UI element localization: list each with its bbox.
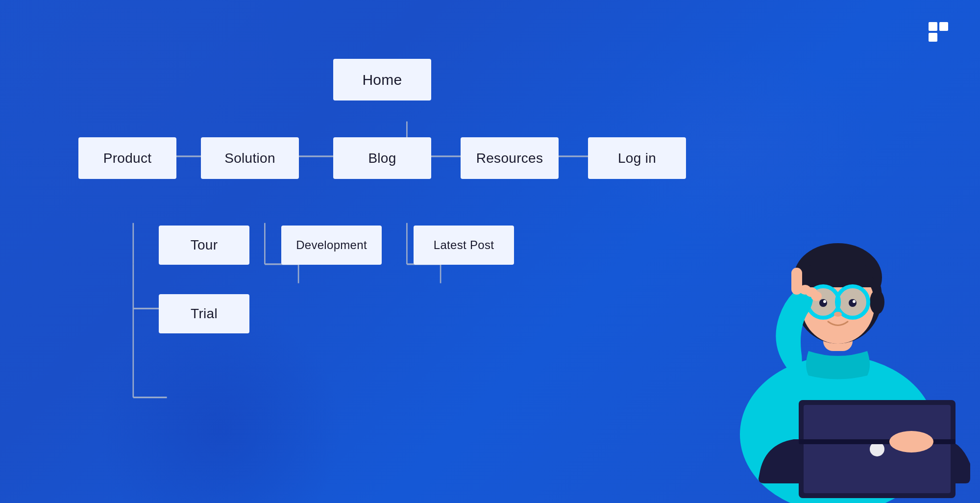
svg-point-35 xyxy=(823,300,826,303)
tree-diagram: Home Product Solution Blog Resources Log… xyxy=(49,29,760,474)
svg-point-33 xyxy=(819,299,827,307)
node-development: Development xyxy=(281,226,382,265)
svg-point-41 xyxy=(811,291,822,301)
node-latestpost: Latest Post xyxy=(414,226,514,265)
node-home: Home xyxy=(333,59,431,101)
svg-point-34 xyxy=(849,299,857,307)
node-tour: Tour xyxy=(159,226,249,265)
illustration xyxy=(686,160,980,503)
svg-point-26 xyxy=(870,290,884,314)
svg-rect-0 xyxy=(929,22,937,31)
node-product: Product xyxy=(78,137,176,179)
node-resources: Resources xyxy=(461,137,559,179)
node-blog: Blog xyxy=(333,137,431,179)
svg-point-37 xyxy=(834,312,842,317)
node-solution: Solution xyxy=(201,137,299,179)
svg-rect-2 xyxy=(929,33,937,42)
logo xyxy=(926,20,951,44)
svg-rect-1 xyxy=(939,22,948,31)
svg-point-46 xyxy=(889,431,933,453)
node-trial: Trial xyxy=(159,294,249,333)
svg-point-36 xyxy=(853,300,856,303)
node-login: Log in xyxy=(588,137,686,179)
